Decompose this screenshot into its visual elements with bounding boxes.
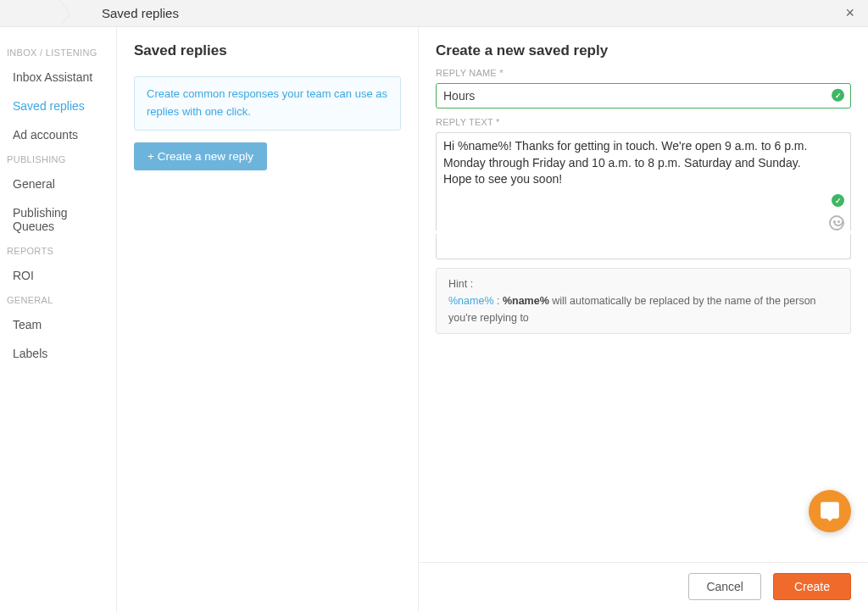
sidebar-group-general: GENERAL xyxy=(0,290,116,310)
reply-name-input[interactable] xyxy=(436,83,851,108)
saved-replies-panel: Saved replies Create common responses yo… xyxy=(117,27,419,612)
chat-icon xyxy=(819,500,841,522)
sidebar-item-team[interactable]: Team xyxy=(0,310,116,339)
create-button[interactable]: Create xyxy=(773,573,851,600)
reply-name-wrap xyxy=(436,78,851,108)
sidebar-group-inbox: INBOX / LISTENING xyxy=(0,42,116,63)
create-reply-title: Create a new saved reply xyxy=(436,42,851,59)
hint-bold: %name% xyxy=(503,295,549,307)
sidebar-item-general[interactable]: General xyxy=(0,170,116,198)
reply-name-label: REPLY NAME * xyxy=(436,68,851,78)
hint-sep: : xyxy=(494,295,503,307)
sidebar: INBOX / LISTENING Inbox Assistant Saved … xyxy=(0,27,117,612)
check-icon xyxy=(832,89,844,102)
close-icon[interactable]: × xyxy=(842,4,858,22)
sidebar-item-publishing-queues[interactable]: Publishing Queues xyxy=(0,198,116,241)
emoji-icon[interactable] xyxy=(829,215,844,231)
sidebar-item-ad-accounts[interactable]: Ad accounts xyxy=(0,120,116,149)
create-reply-panel: Create a new saved reply REPLY NAME * RE… xyxy=(419,27,868,612)
create-reply-footer: Cancel Create xyxy=(419,562,868,612)
chat-widget-button[interactable] xyxy=(809,490,851,532)
reply-text-input[interactable] xyxy=(436,132,851,231)
reply-text-wrap xyxy=(436,132,851,259)
info-box: Create common responses your team can us… xyxy=(134,76,401,131)
sidebar-group-reports: REPORTS xyxy=(0,241,116,261)
hint-box: Hint : %name% : %name% will automaticall… xyxy=(436,268,851,334)
content-area: INBOX / LISTENING Inbox Assistant Saved … xyxy=(0,27,868,612)
breadcrumb-chevron xyxy=(0,0,68,27)
sidebar-item-roi[interactable]: ROI xyxy=(0,261,116,290)
create-reply-body: Create a new saved reply REPLY NAME * RE… xyxy=(419,27,868,334)
sidebar-item-inbox-assistant[interactable]: Inbox Assistant xyxy=(0,63,116,92)
sidebar-group-publishing: PUBLISHING xyxy=(0,149,116,170)
reply-text-label: REPLY TEXT * xyxy=(436,117,851,127)
sidebar-item-labels[interactable]: Labels xyxy=(0,339,116,368)
hint-label: Hint : xyxy=(448,275,838,292)
reply-text-footer xyxy=(436,234,851,259)
check-icon xyxy=(832,194,844,207)
hint-token[interactable]: %name% xyxy=(448,295,494,307)
saved-replies-title: Saved replies xyxy=(134,42,401,59)
page-title: Saved replies xyxy=(68,6,179,20)
cancel-button[interactable]: Cancel xyxy=(688,573,761,600)
sidebar-item-saved-replies[interactable]: Saved replies xyxy=(0,92,116,120)
create-new-reply-button[interactable]: + Create a new reply xyxy=(134,142,267,170)
modal-header: Saved replies × xyxy=(0,0,868,27)
